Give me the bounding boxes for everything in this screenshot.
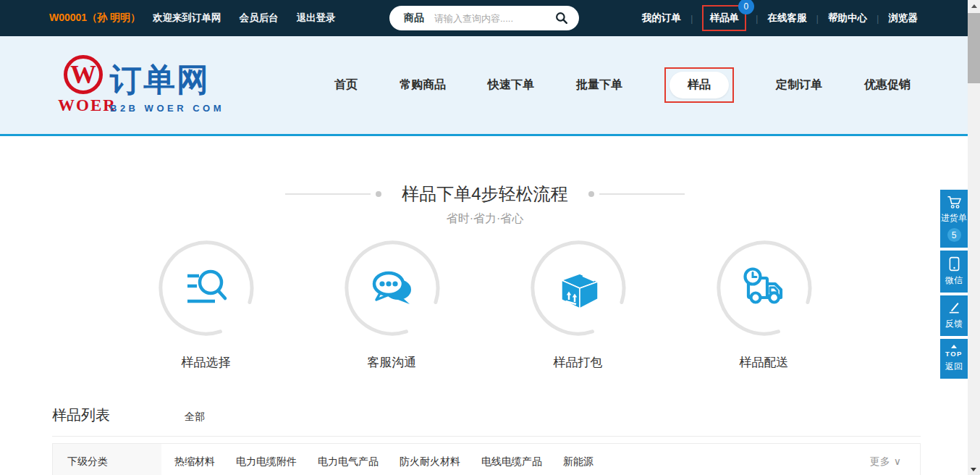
- online-service-link[interactable]: 在线客服: [767, 12, 806, 25]
- wechat-phone-icon: [949, 256, 960, 272]
- hero-title-row: 样品下单4步轻松流程: [0, 182, 970, 206]
- purchase-list-button[interactable]: 进货单 5: [940, 190, 968, 248]
- my-orders-link[interactable]: 我的订单: [642, 12, 681, 25]
- step-sample-selection[interactable]: 样品选择: [113, 240, 299, 371]
- tool-label: 反馈: [945, 318, 963, 330]
- step-label: 客服沟通: [368, 354, 417, 371]
- search-category-select[interactable]: 商品: [404, 12, 424, 25]
- up-arrow-icon: [951, 345, 957, 348]
- step-label: 样品打包: [554, 354, 603, 371]
- topbar-left: W00001（孙 明明） 欢迎来到订单网 会员后台 退出登录: [49, 0, 336, 36]
- category-heat-shrink[interactable]: 热缩材料: [174, 455, 215, 475]
- category-new-energy[interactable]: 新能源: [563, 455, 594, 475]
- nav-item-frequent-products[interactable]: 常购商品: [400, 77, 446, 93]
- nav-item-samples[interactable]: 样品: [669, 72, 729, 98]
- category-power-cable-accessories[interactable]: 电力电缆附件: [236, 455, 297, 475]
- steps-row: 样品选择 客服沟通: [113, 240, 857, 371]
- separator: |: [756, 13, 759, 24]
- separator: |: [816, 13, 819, 24]
- vertical-scrollbar[interactable]: [968, 0, 980, 475]
- search-bar: 商品: [389, 6, 579, 30]
- cart-icon: [947, 196, 962, 209]
- site-title[interactable]: 订单网 B2B WOER COM: [110, 63, 224, 114]
- package-box-icon: [554, 264, 603, 313]
- site-header: W WOER 订单网 B2B WOER COM 首页 常购商品 快速下单 批量下…: [0, 36, 980, 136]
- step-circle: [344, 240, 441, 337]
- nav-item-quick-order[interactable]: 快速下单: [488, 77, 534, 93]
- category-power-electric-products[interactable]: 电力电气产品: [318, 455, 379, 475]
- subcategory-list: 热缩材料 电力电缆附件 电力电气产品 防火耐火材料 电线电缆产品 新能源: [161, 444, 594, 475]
- separator: |: [876, 13, 879, 24]
- step-circle: [158, 240, 255, 337]
- search-input[interactable]: [434, 13, 555, 24]
- site-tagline: B2B WOER COM: [110, 103, 224, 114]
- nav-item-custom-order[interactable]: 定制订单: [776, 77, 822, 93]
- scrollbar-up-arrow-icon[interactable]: [971, 4, 977, 8]
- woer-logo[interactable]: W WOER: [58, 55, 109, 115]
- delivery-truck-icon: [740, 264, 789, 313]
- side-toolbar: 进货单 5 微信 反馈 TOP 返回: [940, 190, 968, 379]
- step-customer-service[interactable]: 客服沟通: [299, 240, 485, 371]
- user-id[interactable]: W00001（孙 明明）: [49, 12, 140, 25]
- topbar-right-links: 我的订单 | 样品单 0 | 在线客服 | 帮助中心 | 浏览器: [642, 0, 918, 36]
- step-circle: [716, 240, 813, 337]
- topbar: W00001（孙 明明） 欢迎来到订单网 会员后台 退出登录 商品 我的订单 |…: [0, 0, 980, 36]
- chat-bubbles-icon: [368, 264, 417, 313]
- sample-order-count-badge: 0: [738, 0, 754, 14]
- nav-item-promotions[interactable]: 优惠促销: [864, 77, 911, 93]
- category-fireproof-materials[interactable]: 防火耐火材料: [400, 455, 460, 475]
- page: W00001（孙 明明） 欢迎来到订单网 会员后台 退出登录 商品 我的订单 |…: [0, 0, 980, 475]
- tool-label: 返回: [945, 361, 963, 373]
- back-to-top-button[interactable]: TOP 返回: [940, 339, 968, 379]
- subcategory-label: 下级分类: [53, 444, 161, 475]
- category-wire-cable-products[interactable]: 电线电缆产品: [481, 455, 542, 475]
- logout-link[interactable]: 退出登录: [297, 12, 336, 25]
- feedback-pencil-icon: [947, 301, 961, 315]
- site-name: 订单网: [110, 63, 224, 96]
- step-sample-packing[interactable]: 样品打包: [485, 240, 671, 371]
- sample-list-header: 样品列表 全部: [52, 405, 921, 437]
- woer-brand-text: WOER: [58, 96, 109, 115]
- sample-list-title: 样品列表: [52, 405, 110, 425]
- more-button[interactable]: 更多 ∨: [870, 444, 920, 475]
- nav-item-samples-highlight: 样品: [664, 67, 734, 103]
- member-center-link[interactable]: 会员后台: [240, 12, 279, 25]
- more-label: 更多: [870, 455, 890, 468]
- step-label: 样品选择: [182, 354, 231, 371]
- scrollbar-down-arrow-icon[interactable]: [971, 468, 976, 471]
- step-sample-delivery[interactable]: 样品配送: [671, 240, 857, 371]
- tool-label: 微信: [945, 274, 963, 287]
- chevron-down-icon: ∨: [894, 455, 901, 467]
- search-icon[interactable]: [555, 12, 568, 25]
- separator: |: [690, 13, 693, 24]
- wechat-button[interactable]: 微信: [940, 251, 968, 293]
- hero-subtitle: 省时·省力·省心: [0, 211, 970, 227]
- purchase-list-count-badge: 5: [947, 228, 961, 242]
- step-circle: [530, 240, 627, 337]
- browser-link[interactable]: 浏览器: [889, 12, 918, 25]
- decor-left: [285, 191, 381, 197]
- nav-item-bulk-order[interactable]: 批量下单: [576, 77, 622, 93]
- woer-monogram-icon: W: [64, 55, 103, 94]
- scrollbar-thumb[interactable]: [968, 13, 980, 83]
- main-nav: 首页 常购商品 快速下单 批量下单 样品 定制订单 优惠促销: [334, 36, 911, 134]
- subcategory-filter-row: 下级分类 热缩材料 电力电缆附件 电力电气产品 防火耐火材料 电线电缆产品 新能…: [52, 443, 921, 475]
- nav-item-home[interactable]: 首页: [334, 77, 358, 93]
- search-list-icon: [182, 264, 231, 313]
- top-text: TOP: [945, 350, 963, 358]
- step-label: 样品配送: [740, 354, 789, 371]
- sample-order-label: 样品单: [709, 12, 739, 23]
- decor-right: [588, 191, 685, 197]
- sample-order-link[interactable]: 样品单 0: [702, 5, 746, 31]
- feedback-button[interactable]: 反馈: [940, 295, 968, 336]
- tool-label: 进货单: [941, 212, 967, 224]
- hero-title: 样品下单4步轻松流程: [402, 182, 567, 206]
- help-center-link[interactable]: 帮助中心: [828, 12, 867, 25]
- tab-all[interactable]: 全部: [185, 411, 205, 424]
- welcome-text: 欢迎来到订单网: [153, 12, 221, 25]
